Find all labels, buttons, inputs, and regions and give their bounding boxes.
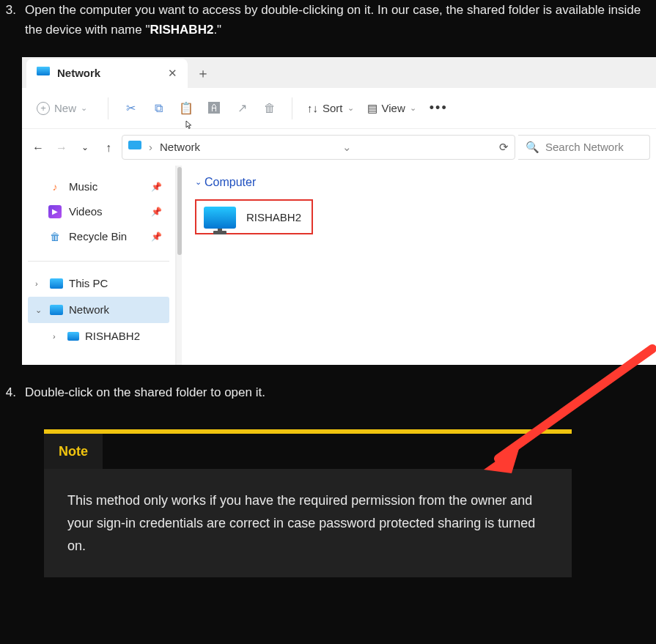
plus-circle-icon: + — [37, 102, 50, 115]
svg-rect-1 — [37, 67, 50, 75]
network-icon — [50, 305, 63, 315]
note-callout: Note This method only works if you have … — [44, 429, 572, 578]
videos-icon: ▶ — [48, 205, 62, 218]
new-button[interactable]: + New ⌄ — [31, 97, 93, 120]
tree-network[interactable]: ⌄ Network — [28, 297, 169, 323]
step-number: 4. — [0, 382, 16, 402]
quickaccess-recyclebin[interactable]: 🗑 Recycle Bin 📌 — [29, 224, 168, 249]
pin-icon: 📌 — [151, 230, 162, 244]
forward-button[interactable]: → — [51, 138, 72, 158]
address-bar[interactable]: › Network ⌄ ⟳ — [122, 135, 515, 160]
quickaccess-music[interactable]: ♪ Music 📌 — [29, 174, 168, 199]
tree-label: RISHABH2 — [85, 327, 140, 345]
vertical-scrollbar[interactable] — [176, 166, 182, 365]
note-body: This method only works if you have the r… — [44, 469, 572, 577]
recent-locations-button[interactable]: ⌄ — [75, 141, 95, 155]
new-tab-button[interactable]: ＋ — [188, 59, 218, 88]
explorer-body: ♪ Music 📌 ▶ Videos 📌 🗑 Recycle Bin 📌 — [22, 166, 656, 365]
address-dropdown-icon[interactable]: ⌄ — [342, 138, 352, 156]
toolbar: + New ⌄ ✂ ⧉ 📋 🅰 ↗ 🗑 ↑↓ Sort ⌄ ▤ View ⌄ •… — [22, 88, 656, 129]
toolbar-divider — [292, 97, 292, 119]
view-icon: ▤ — [367, 100, 377, 117]
chevron-down-icon: ⌄ — [81, 102, 87, 115]
tree-rishabh2[interactable]: › RISHABH2 — [28, 323, 169, 349]
delete-icon[interactable]: 🗑 — [262, 99, 277, 118]
step-4: 4. Double-click on the shared folder to … — [0, 382, 656, 411]
step-3: 3. Open the computer you want to access … — [0, 0, 656, 48]
step-number: 3. — [0, 0, 16, 40]
refresh-button[interactable]: ⟳ — [499, 138, 509, 156]
tree-label: This PC — [69, 275, 108, 292]
content-pane: ⌄ Computer RISHABH2 — [176, 166, 656, 365]
view-button[interactable]: ▤ View ⌄ — [367, 100, 416, 117]
this-pc-icon — [50, 278, 63, 289]
step-text: Open the computer you want to access by … — [25, 0, 641, 40]
computer-rishabh2[interactable]: RISHABH2 — [195, 199, 313, 234]
search-icon: 🔍 — [526, 138, 539, 156]
svg-rect-2 — [128, 141, 141, 149]
file-explorer-screenshot: Network ✕ ＋ + New ⌄ ✂ ⧉ 📋 🅰 ↗ 🗑 ↑↓ Sort … — [22, 57, 656, 365]
network-icon — [37, 64, 50, 82]
note-top-bar — [44, 429, 572, 434]
network-icon — [128, 138, 141, 156]
breadcrumb-item[interactable]: Network — [160, 138, 200, 156]
tree-this-pc[interactable]: › This PC — [28, 270, 169, 297]
chevron-right-icon: › — [35, 278, 44, 291]
chevron-down-icon: ⌄ — [347, 102, 354, 115]
chevron-down-icon: ⌄ — [195, 176, 202, 189]
computer-icon — [67, 332, 79, 341]
quickaccess-label: Videos — [69, 203, 103, 221]
search-placeholder: Search Network — [545, 138, 624, 156]
note-title: Note — [44, 434, 103, 470]
toolbar-divider — [108, 97, 108, 119]
share-icon[interactable]: ↗ — [235, 99, 249, 118]
sidebar-divider — [28, 261, 169, 262]
quickaccess-videos[interactable]: ▶ Videos 📌 — [29, 199, 168, 224]
step-text: Double-click on the shared folder to ope… — [25, 382, 641, 402]
navigation-pane: ♪ Music 📌 ▶ Videos 📌 🗑 Recycle Bin 📌 — [22, 166, 176, 365]
copy-icon[interactable]: ⧉ — [151, 99, 166, 118]
back-button[interactable]: ← — [28, 138, 48, 158]
sort-button[interactable]: ↑↓ Sort ⌄ — [307, 100, 354, 117]
computer-icon — [204, 207, 236, 229]
tab-label: Network — [57, 64, 100, 82]
chevron-down-icon: ⌄ — [35, 304, 44, 317]
more-options-button[interactable]: ••• — [430, 97, 448, 119]
computer-label: RISHABH2 — [246, 209, 301, 226]
new-button-label: New — [54, 100, 76, 117]
step-text-part: Open the computer you want to access by … — [25, 3, 641, 37]
tab-bar: Network ✕ ＋ — [22, 57, 656, 88]
pin-icon: 📌 — [151, 205, 162, 219]
nav-tree: › This PC ⌄ Network › RISHABH2 — [22, 270, 175, 349]
tree-label: Network — [69, 301, 109, 319]
group-header-label: Computer — [204, 173, 256, 192]
chevron-right-icon: › — [53, 330, 62, 344]
quickaccess-label: Recycle Bin — [69, 228, 127, 245]
rename-icon[interactable]: 🅰 — [207, 99, 221, 118]
step-text-bold: RISHABH2 — [150, 23, 213, 37]
tab-network[interactable]: Network ✕ — [26, 59, 188, 88]
quickaccess-label: Music — [69, 178, 97, 196]
sort-label: Sort — [323, 100, 343, 117]
search-input[interactable]: 🔍 Search Network — [518, 135, 650, 160]
up-button[interactable]: ↑ — [98, 138, 119, 158]
chevron-down-icon: ⌄ — [410, 102, 416, 115]
pin-icon: 📌 — [151, 180, 162, 194]
nav-row: ← → ⌄ ↑ › Network ⌄ ⟳ 🔍 Search Network — [22, 129, 656, 166]
recyclebin-icon: 🗑 — [48, 230, 62, 243]
sort-icon: ↑↓ — [307, 100, 318, 117]
cut-icon[interactable]: ✂ — [123, 99, 138, 118]
music-icon: ♪ — [48, 180, 62, 193]
close-tab-icon[interactable]: ✕ — [168, 64, 177, 82]
view-label: View — [382, 100, 405, 117]
step-text-part: ." — [213, 23, 221, 37]
group-header-computer[interactable]: ⌄ Computer — [195, 173, 644, 192]
paste-icon[interactable]: 📋 — [179, 99, 194, 118]
breadcrumb-separator-icon: › — [149, 138, 152, 156]
